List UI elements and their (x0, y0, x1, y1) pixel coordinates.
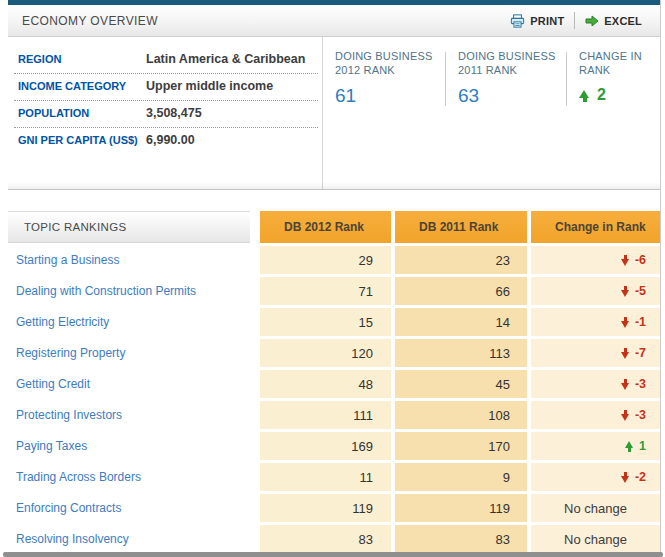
table-row: Protecting Investors111108-3 (8, 401, 660, 429)
down-arrow-icon (621, 472, 630, 483)
change-in-rank-cell: -3 (531, 370, 660, 398)
down-arrow-icon (621, 286, 630, 297)
fact-row-gni: GNI PER CAPITA (US$) 6,990.00 (14, 128, 318, 154)
rank-change-negative: -3 (621, 377, 646, 391)
topic-link[interactable]: Registering Property (8, 339, 250, 367)
topic-link[interactable]: Resolving Insolvency (8, 525, 250, 553)
db2011-rank-cell: 23 (395, 246, 527, 274)
change-in-rank-cell: -1 (531, 308, 660, 336)
topic-link[interactable]: Getting Credit (8, 370, 250, 398)
down-arrow-icon (621, 410, 630, 421)
rank-change-number: -5 (635, 284, 646, 298)
change-in-rank-cell: -5 (531, 277, 660, 305)
excel-arrow-icon (585, 15, 599, 27)
rank-change-number: -2 (635, 470, 646, 484)
printer-icon (510, 14, 525, 28)
db2012-rank-cell: 169 (260, 432, 391, 460)
region-label: REGION (18, 52, 146, 67)
rank-change-negative: -2 (621, 470, 646, 484)
rank-change-number: -3 (635, 408, 646, 422)
rank-change-number: 1 (639, 439, 646, 453)
db2011-rank-cell: 108 (395, 401, 527, 429)
db2012-rank-cell: 111 (260, 401, 391, 429)
topic-table-header: TOPIC RANKINGS DB 2012 Rank DB 2011 Rank… (8, 211, 660, 243)
table-row: Trading Across Borders119-2 (8, 463, 660, 491)
rank-summary: DOING BUSINESS 2012 RANK 61 DOING BUSINE… (323, 37, 660, 189)
db2011-rank-cell: 83 (395, 525, 527, 553)
db2012-rank-cell: 119 (260, 494, 391, 522)
topic-link[interactable]: Paying Taxes (8, 432, 250, 460)
db2011-rank-cell: 119 (395, 494, 527, 522)
change-in-rank-value: 2 (579, 86, 660, 104)
table-row: Getting Credit4845-3 (8, 370, 660, 398)
db2012-rank-box: DOING BUSINESS 2012 RANK 61 (323, 50, 445, 189)
panel-header: ECONOMY OVERVIEW PRINT (8, 5, 660, 37)
db2012-rank-cell: 29 (260, 246, 391, 274)
db2011-rank-cell: 170 (395, 432, 527, 460)
db2011-rank-box: DOING BUSINESS 2011 RANK 63 (446, 50, 566, 189)
table-row: Starting a Business2923-6 (8, 246, 660, 274)
population-value: 3,508,475 (146, 106, 311, 121)
topic-link[interactable]: Dealing with Construction Permits (8, 277, 250, 305)
rank-change-negative: -1 (621, 315, 646, 329)
fact-row-region: REGION Latin America & Caribbean (14, 47, 318, 74)
income-category-value: Upper middle income (146, 79, 311, 94)
economy-overview-panel: ECONOMY OVERVIEW PRINT (8, 0, 661, 557)
gni-label: GNI PER CAPITA (US$) (18, 133, 146, 148)
no-change-label: No change (564, 501, 627, 516)
down-arrow-icon (621, 255, 630, 266)
column-header-db2012: DB 2012 Rank (260, 211, 391, 243)
rank-change-number: -7 (635, 346, 646, 360)
print-label: PRINT (530, 15, 564, 27)
gni-value: 6,990.00 (146, 133, 311, 148)
db2011-rank-cell: 45 (395, 370, 527, 398)
excel-button[interactable]: EXCEL (575, 15, 652, 27)
db2011-rank-cell: 9 (395, 463, 527, 491)
topic-table-body: Starting a Business2923-6Dealing with Co… (8, 246, 660, 553)
topic-rankings-title: TOPIC RANKINGS (8, 211, 250, 243)
region-value: Latin America & Caribbean (146, 52, 311, 67)
change-in-rank-cell: -7 (531, 339, 660, 367)
db2012-rank-cell: 48 (260, 370, 391, 398)
change-in-rank-cell: -2 (531, 463, 660, 491)
rank-change-negative: -6 (621, 253, 646, 267)
up-arrow-icon (579, 88, 590, 102)
db2012-rank-cell: 120 (260, 339, 391, 367)
db2012-rank-cell: 71 (260, 277, 391, 305)
change-in-rank-cell: 1 (531, 432, 660, 460)
topic-link[interactable]: Protecting Investors (8, 401, 250, 429)
population-label: POPULATION (18, 106, 146, 121)
change-in-rank-number: 2 (597, 86, 606, 104)
up-arrow-icon (625, 441, 634, 452)
db2012-rank-value: 61 (335, 85, 445, 107)
change-in-rank-cell: -3 (531, 401, 660, 429)
db2012-rank-cell: 83 (260, 525, 391, 553)
table-row: Resolving Insolvency8383No change (8, 525, 660, 553)
topic-link[interactable]: Getting Electricity (8, 308, 250, 336)
header-actions: PRINT EXCEL (500, 12, 652, 29)
change-in-rank-box: CHANGE IN RANK 2 (567, 50, 660, 189)
section-gap (8, 190, 660, 211)
table-row: Dealing with Construction Permits7166-5 (8, 277, 660, 305)
topic-link[interactable]: Trading Across Borders (8, 463, 250, 491)
column-header-change: Change in Rank (531, 211, 660, 243)
table-row: Enforcing Contracts119119No change (8, 494, 660, 522)
db2011-rank-cell: 14 (395, 308, 527, 336)
table-row: Registering Property120113-7 (8, 339, 660, 367)
no-change-label: No change (564, 532, 627, 547)
bottom-scrollbar[interactable] (3, 552, 663, 557)
down-arrow-icon (621, 317, 630, 328)
db2011-rank-cell: 66 (395, 277, 527, 305)
change-in-rank-label: CHANGE IN RANK (579, 50, 660, 77)
topic-link[interactable]: Starting a Business (8, 246, 250, 274)
change-in-rank-cell: No change (531, 525, 660, 553)
economy-facts: REGION Latin America & Caribbean INCOME … (8, 37, 323, 189)
rank-change-negative: -3 (621, 408, 646, 422)
topic-link[interactable]: Enforcing Contracts (8, 494, 250, 522)
excel-label: EXCEL (604, 15, 642, 27)
economy-info-section: REGION Latin America & Caribbean INCOME … (8, 37, 660, 190)
column-header-db2011: DB 2011 Rank (395, 211, 527, 243)
print-button[interactable]: PRINT (500, 14, 574, 28)
db2011-rank-value: 63 (458, 85, 566, 107)
db2012-rank-label: DOING BUSINESS 2012 RANK (335, 50, 443, 77)
